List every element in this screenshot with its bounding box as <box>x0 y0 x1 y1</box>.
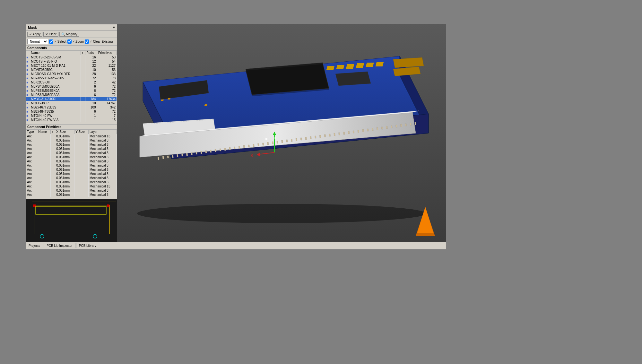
primitive-row[interactable]: Arc 0.051mm Mechanical 3 <box>26 172 117 176</box>
row-sort <box>81 64 85 68</box>
component-row[interactable]: ■ MQFP-J8LP 10 14767 <box>26 101 117 105</box>
primitive-row[interactable]: Arc 0.051mm Mechanical 3 <box>26 168 117 172</box>
prim-layer: Mechanical 3 <box>89 147 117 151</box>
row-sort <box>81 93 85 97</box>
clear-existing-checkbox[interactable] <box>85 39 89 44</box>
svg-rect-75 <box>377 127 378 130</box>
prim-sort <box>50 159 55 163</box>
svg-rect-80 <box>400 124 402 127</box>
select-checkbox[interactable] <box>49 39 53 44</box>
component-row[interactable]: ■ MTG#4-40-FW 1 7 <box>26 114 117 118</box>
svg-rect-91 <box>265 138 267 140</box>
svg-rect-32 <box>172 155 174 158</box>
component-row[interactable]: ■ MCOTS-C-28-05-SM 16 53 <box>26 55 117 60</box>
primitive-row[interactable]: Arc 0.051mm Mechanical 3 <box>26 138 117 143</box>
col-prim-header[interactable]: Primitives <box>97 51 117 55</box>
prim-col-ysize[interactable]: Y-Size <box>74 130 89 134</box>
prim-col-xsize[interactable]: X-Size <box>55 130 74 134</box>
primitive-row[interactable]: Arc 0.051mm Mechanical 3 <box>26 143 117 147</box>
primitive-row[interactable]: Arc 0.051mm Mechanical 3 <box>26 151 117 155</box>
col-icon-header[interactable] <box>26 51 30 55</box>
prim-col-name[interactable]: Name <box>37 130 50 134</box>
primitive-row[interactable]: Arc 0.051mm Mechanical 3 <box>26 188 117 193</box>
viewport-3d[interactable]: × <box>117 24 446 249</box>
primitive-row[interactable]: Arc 0.051mm Mechanical 3 <box>26 176 117 180</box>
prim-type: Arc <box>26 180 37 184</box>
primitive-row[interactable]: Arc 0.051mm Mechanical 13 <box>26 184 117 188</box>
col-pads-header[interactable]: Pads <box>85 51 97 55</box>
row-primitives: 54 <box>97 59 117 64</box>
zoom-checkbox-label[interactable]: ✓ Zoom <box>67 39 84 44</box>
svg-rect-19 <box>346 64 354 69</box>
component-row[interactable]: ■ MCOTS-F-28-P-Q 12 54 <box>26 59 117 64</box>
row-name: MCOTS-F-28-P-Q <box>30 59 81 64</box>
col-name-header[interactable]: Name <box>30 51 81 55</box>
component-row[interactable]: ■ MC-3P2-031-325-2205 72 78 <box>26 76 117 80</box>
apply-button[interactable]: ✓ Apply <box>27 32 42 37</box>
zoom-checkbox[interactable] <box>67 39 72 44</box>
prim-ysize <box>74 163 89 168</box>
component-row[interactable]: ■ MMY0-314-310RI 784 17634 <box>26 97 117 101</box>
prim-type: Arc <box>26 163 37 168</box>
component-row[interactable]: ■ MLPS62M050EA0A 6 72 <box>26 93 117 97</box>
component-row[interactable]: ■ MLPS63M035EK0A 6 72 <box>26 89 117 93</box>
tab-item[interactable]: PCB Library <box>76 243 99 248</box>
component-row[interactable]: ■ MTG#4-40-FW-VIA 1 15 <box>26 118 117 122</box>
prim-col-type[interactable]: Type <box>26 130 37 134</box>
row-icon: ■ <box>26 55 30 60</box>
row-icon: ■ <box>26 80 30 84</box>
row-sort <box>81 84 85 89</box>
component-row[interactable]: ■ MLPS43M035EB0A 6 72 <box>26 84 117 89</box>
col-sort-header[interactable]: ↕ <box>81 51 85 55</box>
prim-col-layer[interactable]: Layer <box>89 130 117 134</box>
component-row[interactable]: ■ MS27484T8835 6 72 <box>26 109 117 114</box>
svg-rect-20 <box>356 63 364 68</box>
component-row[interactable]: ■ MECT-110-01-M-D-RA1 22 1127 <box>26 64 117 68</box>
primitive-row[interactable]: Arc 0.051mm Mechanical 13 <box>26 134 117 139</box>
prim-ysize <box>74 168 89 172</box>
primitive-row[interactable]: Arc 0.051mm Mechanical 3 <box>26 180 117 184</box>
component-row[interactable]: ■ MICROSD CARD HOLDER 28 133 <box>26 72 117 76</box>
clear-button[interactable]: ✕ Clear <box>43 32 58 37</box>
prim-col-sort[interactable]: ↕ <box>50 130 55 134</box>
select-checkbox-label[interactable]: ✓ Select <box>49 39 66 44</box>
row-primitives: 53 <box>97 55 117 60</box>
primitive-row[interactable]: Arc 0.051mm Mechanical 3 <box>26 155 117 159</box>
row-primitives: 72 <box>97 93 117 97</box>
panel-arrow[interactable]: ▾ <box>113 25 115 30</box>
primitive-row[interactable]: Arc 0.051mm Mechanical 3 <box>26 193 117 197</box>
mode-dropdown[interactable]: Normal Highlight Mask <box>27 39 48 44</box>
prim-layer: Mechanical 13 <box>89 134 117 139</box>
prim-xsize: 0.051mm <box>55 134 74 139</box>
svg-rect-79 <box>395 125 397 127</box>
primitive-row[interactable]: Arc 0.051mm Mechanical 3 <box>26 159 117 163</box>
row-primitives: 133 <box>97 72 117 76</box>
prim-xsize: 0.051mm <box>55 193 74 197</box>
svg-rect-35 <box>186 153 188 156</box>
component-row[interactable]: ■ ML-82CS-DH 2 42 <box>26 80 117 84</box>
prim-layer: Mechanical 3 <box>89 176 117 180</box>
prim-sort <box>50 143 55 147</box>
clear-existing-checkbox-label[interactable]: ✓ Clear Existing <box>85 39 113 44</box>
svg-rect-48 <box>248 145 250 147</box>
svg-rect-30 <box>162 156 164 159</box>
tab-item[interactable]: Projects <box>26 243 43 248</box>
components-table-wrapper[interactable]: Name ↕ Pads Primitives ■ MCOTS-C-28-05-S… <box>26 51 117 125</box>
primitive-row[interactable]: Arc 0.051mm Mechanical 3 <box>26 147 117 151</box>
svg-rect-3 <box>33 204 36 207</box>
prim-layer: Mechanical 3 <box>89 138 117 143</box>
prim-sort <box>50 176 55 180</box>
prim-xsize: 0.051mm <box>55 180 74 184</box>
component-row[interactable]: ■ MEVIE0505SC 10 53 <box>26 68 117 72</box>
magnify-button[interactable]: 🔍 Magnify <box>59 32 79 37</box>
svg-rect-0 <box>26 199 117 243</box>
primitive-row[interactable]: Arc 0.051mm Mechanical 3 <box>26 163 117 168</box>
prim-name <box>37 193 50 197</box>
svg-rect-45 <box>234 147 235 149</box>
component-row[interactable]: ■ MS27467T23B3S 100 342 <box>26 105 117 109</box>
prim-type: Arc <box>26 172 37 176</box>
row-pads: 784 <box>85 97 97 101</box>
row-primitives: 72 <box>97 89 117 93</box>
prim-type: Arc <box>26 151 37 155</box>
tab-item[interactable]: PCB Lib Inspector <box>44 243 75 248</box>
